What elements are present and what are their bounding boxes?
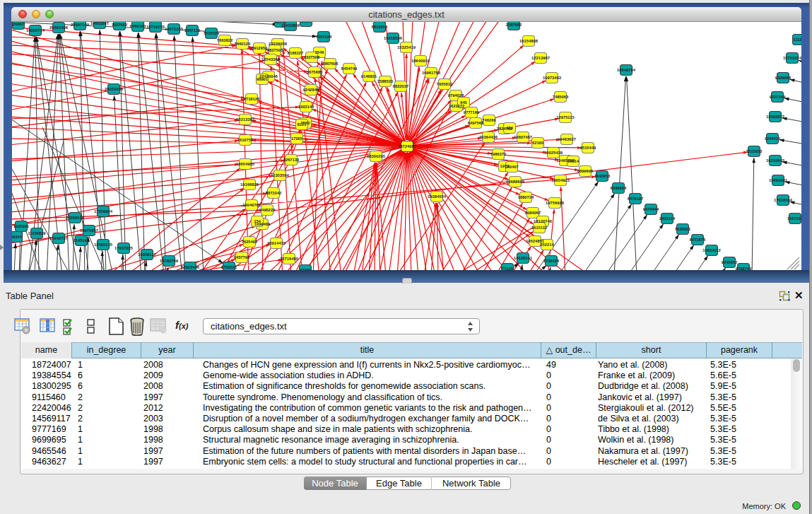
svg-text:2935114: 2935114 (659, 216, 676, 221)
svg-text:18300295: 18300295 (367, 154, 386, 158)
svg-text:1588520: 1588520 (377, 79, 394, 83)
svg-text:8873342: 8873342 (266, 191, 282, 195)
svg-text:7632621: 7632621 (675, 227, 691, 231)
svg-text:19654923: 19654923 (551, 178, 570, 182)
svg-text:9329966: 9329966 (775, 76, 792, 80)
svg-text:11123: 11123 (793, 37, 801, 42)
svg-text:2718126: 2718126 (244, 97, 260, 101)
svg-text:17016504: 17016504 (774, 198, 793, 202)
svg-text:20053346: 20053346 (105, 87, 124, 91)
svg-text:9827503: 9827503 (267, 48, 283, 52)
svg-text:8660124: 8660124 (235, 42, 251, 46)
svg-text:12213967: 12213967 (531, 56, 550, 60)
svg-text:10807487: 10807487 (514, 135, 532, 139)
svg-text:8267130: 8267130 (283, 158, 300, 162)
svg-text:746266: 746266 (482, 118, 496, 122)
svg-text:3215933: 3215933 (746, 149, 763, 153)
svg-text:9708743: 9708743 (736, 267, 752, 270)
svg-text:1880724: 1880724 (518, 195, 534, 199)
svg-text:10973493: 10973493 (543, 76, 562, 80)
svg-text:1615112: 1615112 (531, 226, 547, 230)
svg-text:62160: 62160 (532, 141, 543, 145)
svg-text:14055714: 14055714 (26, 28, 45, 33)
svg-text:8813054: 8813054 (372, 25, 388, 29)
svg-text:10688609: 10688609 (506, 180, 525, 184)
svg-text:7357224: 7357224 (316, 35, 332, 39)
svg-text:2867608: 2867608 (322, 62, 339, 66)
svg-text:99817: 99817 (300, 22, 312, 23)
svg-text:19756928: 19756928 (546, 201, 565, 205)
svg-text:9084067: 9084067 (525, 211, 541, 215)
svg-text:8471676: 8471676 (690, 238, 706, 242)
svg-text:1546: 1546 (315, 50, 325, 54)
svg-text:12505135: 12505135 (94, 243, 113, 247)
svg-text:9794028: 9794028 (448, 93, 464, 98)
svg-text:16648784: 16648784 (617, 68, 636, 72)
svg-text:12213382: 12213382 (236, 117, 254, 122)
svg-text:1145191: 1145191 (73, 238, 90, 243)
svg-text:7515526: 7515526 (204, 31, 220, 35)
svg-text:20364436: 20364436 (479, 135, 498, 139)
svg-text:9146821: 9146821 (361, 74, 377, 78)
svg-text:1733426: 1733426 (543, 259, 560, 263)
svg-text:20897: 20897 (13, 22, 24, 26)
svg-text:8822037: 8822037 (393, 84, 409, 88)
svg-text:10033809: 10033809 (281, 23, 300, 28)
svg-text:18640910: 18640910 (411, 59, 430, 63)
svg-text:1527602: 1527602 (112, 23, 128, 27)
svg-text:1903144: 1903144 (298, 105, 314, 109)
svg-text:9498222: 9498222 (259, 208, 276, 212)
svg-text:98901: 98901 (257, 77, 269, 81)
svg-text:1167534: 1167534 (787, 216, 801, 221)
svg-text:9777169: 9777169 (464, 110, 480, 115)
svg-text:16782759: 16782759 (160, 259, 179, 263)
svg-text:14136141: 14136141 (514, 256, 533, 260)
svg-text:12975115: 12975115 (556, 115, 575, 119)
svg-text:20691406: 20691406 (49, 25, 69, 30)
svg-text:15716485: 15716485 (280, 257, 299, 261)
svg-text:252214: 252214 (540, 243, 554, 247)
svg-text:17005: 17005 (291, 136, 303, 141)
svg-text:17957225: 17957225 (114, 246, 134, 250)
svg-text:10719155: 10719155 (146, 25, 165, 29)
svg-text:12923446: 12923446 (181, 265, 200, 269)
svg-text:11156829: 11156829 (28, 231, 46, 235)
svg-text:10654112: 10654112 (702, 248, 720, 252)
svg-text:19384554: 19384554 (428, 194, 447, 199)
svg-text:6479197: 6479197 (628, 197, 644, 201)
svg-text:17359924: 17359924 (94, 209, 113, 214)
svg-text:10975857: 10975857 (80, 228, 98, 233)
svg-text:16961758: 16961758 (422, 71, 441, 75)
svg-text:1935001: 1935001 (13, 224, 30, 228)
svg-text:9245652: 9245652 (722, 260, 738, 264)
svg-text:12942757: 12942757 (49, 236, 68, 240)
svg-text:10958117: 10958117 (138, 252, 155, 257)
svg-text:8454749: 8454749 (341, 66, 358, 71)
svg-text:19463627: 19463627 (558, 137, 576, 141)
svg-text:7625402: 7625402 (242, 240, 258, 244)
svg-text:1640953: 1640953 (594, 174, 611, 178)
svg-text:19166825: 19166825 (240, 182, 259, 187)
svg-text:7986372: 7986372 (490, 152, 507, 156)
svg-text:96014: 96014 (567, 159, 579, 163)
svg-text:16154808: 16154808 (519, 39, 539, 43)
svg-text:7485063: 7485063 (553, 95, 569, 99)
svg-text:20097149: 20097149 (71, 23, 90, 27)
svg-text:180407: 180407 (505, 165, 518, 169)
svg-text:15325419: 15325419 (397, 45, 416, 49)
svg-text:20206516: 20206516 (66, 216, 85, 220)
svg-text:8938924: 8938924 (611, 186, 627, 190)
svg-text:2387682: 2387682 (506, 23, 522, 27)
svg-text:43190: 43190 (300, 268, 311, 270)
svg-text:19654985: 19654985 (236, 162, 255, 166)
svg-text:9327508: 9327508 (304, 55, 320, 59)
svg-text:16914479: 16914479 (267, 241, 286, 245)
svg-text:3675685: 3675685 (307, 70, 323, 74)
svg-text:1067133: 1067133 (184, 28, 201, 33)
svg-text:8763521: 8763521 (221, 265, 237, 269)
svg-text:16543362: 16543362 (261, 57, 280, 62)
svg-text:9474444: 9474444 (643, 207, 659, 211)
svg-text:10671355: 10671355 (165, 27, 184, 31)
svg-text:154: 154 (254, 219, 261, 223)
svg-text:16120746: 16120746 (534, 219, 553, 223)
